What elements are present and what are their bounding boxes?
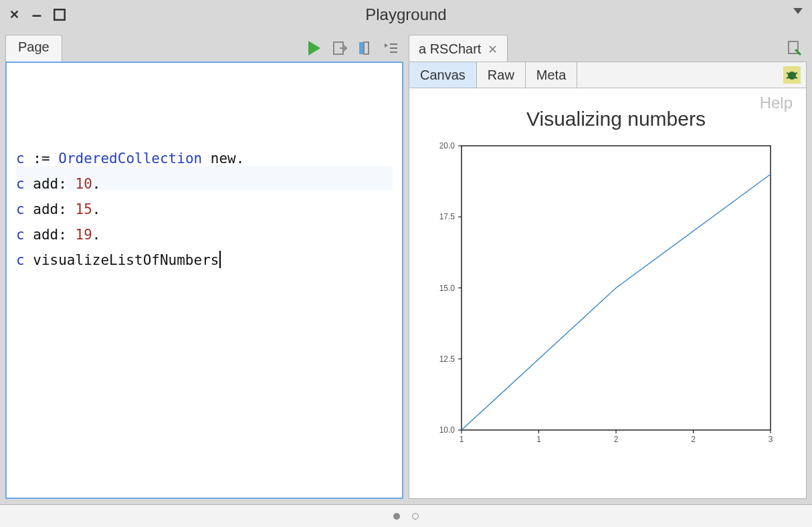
code-line[interactable]: c add: 15. (16, 197, 393, 223)
window-menu-icon[interactable] (793, 8, 803, 14)
svg-rect-3 (364, 42, 369, 54)
titlebar: ✕ – Playground (0, 0, 812, 29)
inspector-subtabs: Canvas Raw Meta (409, 62, 807, 88)
line-chart: Visualizing numbers10.012.515.017.520.01… (409, 88, 791, 459)
close-icon[interactable]: ✕ (7, 7, 21, 22)
svg-text:15.0: 15.0 (439, 284, 455, 293)
svg-rect-0 (54, 9, 65, 20)
subtab-meta[interactable]: Meta (526, 62, 577, 88)
chart-canvas[interactable]: Help Visualizing numbers10.012.515.017.5… (409, 88, 807, 499)
edit-page-icon[interactable] (785, 39, 803, 57)
code-line[interactable]: c := OrderedCollection new. (16, 146, 393, 172)
list-icon[interactable] (382, 39, 399, 57)
svg-text:2: 2 (614, 435, 619, 444)
code-line[interactable]: c add: 19. (16, 223, 393, 248)
inspector-tab-label: a RSChart (419, 41, 481, 57)
svg-text:3: 3 (769, 435, 773, 444)
svg-point-8 (788, 72, 796, 80)
content-split: Page (0, 29, 812, 504)
svg-text:10.0: 10.0 (439, 425, 455, 435)
subtab-raw[interactable]: Raw (477, 62, 526, 88)
minimize-icon[interactable]: – (29, 7, 44, 22)
doit-go-icon[interactable] (331, 39, 348, 57)
svg-text:12.5: 12.5 (439, 354, 455, 364)
svg-text:1: 1 (460, 435, 464, 444)
svg-rect-2 (359, 42, 364, 54)
svg-text:2: 2 (691, 435, 696, 444)
pager-dot-active[interactable] (393, 513, 400, 520)
play-icon[interactable] (306, 39, 323, 57)
svg-text:17.5: 17.5 (439, 212, 455, 221)
window-controls: ✕ – (7, 7, 67, 22)
window-title: Playground (0, 5, 812, 24)
close-tab-icon[interactable]: ✕ (488, 42, 498, 57)
maximize-icon[interactable] (52, 7, 67, 22)
code-editor[interactable]: c := OrderedCollection new.c add: 10.c a… (5, 62, 403, 499)
bindings-icon[interactable] (357, 39, 374, 57)
help-label[interactable]: Help (760, 94, 793, 112)
pager-dot-inactive[interactable] (412, 513, 419, 520)
tab-rschart[interactable]: a RSChart ✕ (409, 35, 508, 62)
pager-footer (0, 504, 812, 527)
code-line[interactable]: c add: 10. (16, 172, 393, 197)
left-toolbar (306, 35, 403, 62)
left-pane: Page (5, 35, 403, 499)
tab-page[interactable]: Page (5, 35, 62, 62)
right-pane: a RSChart ✕ Canvas Raw Meta Help Visuali… (409, 35, 807, 499)
subtab-canvas[interactable]: Canvas (409, 62, 477, 88)
right-tabbar: a RSChart ✕ (409, 35, 807, 62)
bug-icon[interactable] (783, 66, 801, 84)
svg-text:Visualizing numbers: Visualizing numbers (526, 108, 706, 130)
svg-text:1: 1 (536, 435, 541, 444)
svg-text:20.0: 20.0 (439, 141, 455, 150)
left-tabbar: Page (5, 35, 403, 62)
code-line[interactable]: c visualizeListOfNumbers (16, 248, 393, 274)
